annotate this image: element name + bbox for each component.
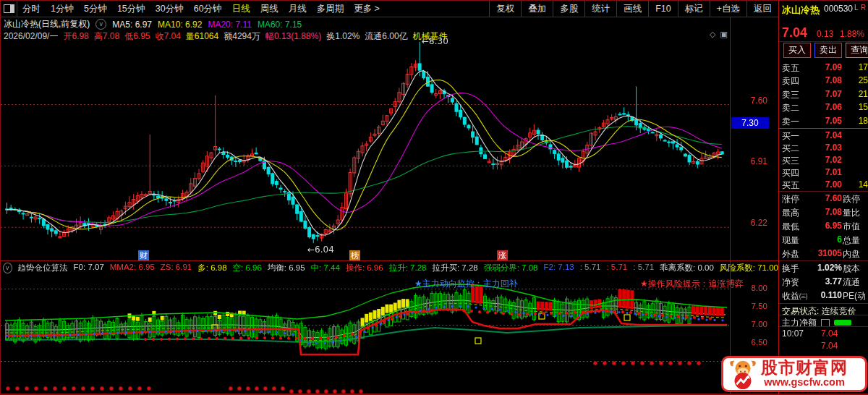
menu-item-5分钟[interactable]: 5分钟	[79, 3, 112, 15]
menu-item-1分钟[interactable]: 1分钟	[46, 3, 79, 15]
indicator-values: 趋势仓位算法F0: 7.07MMA2: 6.95ZS: 6.91多: 6.98空…	[18, 263, 778, 273]
flow-bar	[834, 320, 851, 326]
quote-price: 7.00	[825, 179, 842, 190]
menu-item-多周期[interactable]: 多周期	[312, 3, 349, 15]
trade-button-卖出[interactable]: 卖出	[814, 43, 842, 58]
menu-item-日线[interactable]: 日线	[227, 3, 255, 15]
quote-volume: 17	[859, 62, 868, 72]
quote-sidebar: 冰山冷热 000530 L R 7.04 0.13 1.88% 买入卖出查询 卖…	[778, 1, 868, 395]
quote-row-买四[interactable]: 买四7.01	[779, 167, 868, 180]
divider	[779, 315, 868, 315]
quote-label: 买四	[782, 167, 799, 179]
quote-row-卖三[interactable]: 卖三7.0721	[779, 89, 868, 102]
menu-item-月线[interactable]: 月线	[284, 3, 312, 15]
indicator-field: : 5.71	[580, 263, 601, 273]
price-pct: 1.88%	[840, 29, 864, 39]
quote-row-卖一[interactable]: 卖一7.0518	[779, 116, 868, 129]
trade-button-买入[interactable]: 买入	[783, 43, 811, 58]
quote-volume: 21	[859, 89, 868, 99]
quote-label: 卖五	[782, 62, 799, 75]
site-logo[interactable]: 股市财富网 www.gscfw.com	[721, 356, 867, 392]
menu-item-30分钟[interactable]: 30分钟	[150, 3, 189, 15]
stat-value: 7.60	[825, 193, 842, 203]
menu-item-周线[interactable]: 周线	[255, 3, 284, 15]
indicator-canvas[interactable]	[1, 274, 778, 394]
indicator-field: F0: 7.07	[74, 263, 104, 273]
stat-label-2: PE(动	[843, 290, 866, 302]
quote-row-买三[interactable]: 买三7.02	[779, 155, 868, 168]
quote-label: 卖一	[782, 116, 799, 128]
event-label-财[interactable]: 财	[138, 250, 149, 261]
indicator-header: v 趋势仓位算法F0: 7.07MMA2: 6.95ZS: 6.91多: 6.9…	[1, 260, 778, 274]
quote-row-卖五[interactable]: 卖五7.0917	[779, 62, 868, 75]
quote-label: 买三	[782, 155, 799, 167]
tag-r: R	[861, 4, 866, 12]
indicator-field: 操作: 6.96	[346, 263, 383, 273]
main-chart-canvas[interactable]	[1, 17, 778, 260]
quote-price: 7.01	[825, 167, 842, 177]
mini-window-icon[interactable]: ▣	[720, 30, 727, 39]
menu-item-60分钟[interactable]: 60分钟	[189, 3, 227, 15]
quote-row-买二[interactable]: 买二7.03	[779, 143, 868, 156]
event-label-涨[interactable]: 涨	[497, 250, 508, 261]
divider	[779, 191, 868, 192]
stat-label: 涨停	[782, 193, 799, 205]
stock-code: 000530	[824, 4, 853, 14]
stat-row-外盘: 外盘31005内盘	[779, 248, 868, 261]
tick-price: 7.04	[821, 341, 838, 351]
divider	[779, 260, 868, 261]
toolbar-button-统计[interactable]: 统计	[584, 1, 616, 17]
trade-button-查询[interactable]: 查询	[846, 43, 868, 58]
stat-value: 0.110	[821, 290, 842, 300]
toolbar-button-画线[interactable]: 画线	[616, 1, 648, 17]
quote-label: 卖二	[782, 102, 799, 114]
stat-value: 6	[837, 234, 842, 245]
quote-row-买一[interactable]: 买一7.04	[779, 130, 868, 143]
toolbar-button-返回[interactable]: 返回	[746, 1, 778, 17]
price-axis-label: 6.22	[731, 218, 767, 228]
divider	[779, 303, 868, 304]
logo-url[interactable]: www.gscfw.com	[764, 376, 845, 388]
toolbar-button-复权[interactable]: 复权	[489, 1, 521, 17]
last-price: 7.04	[782, 25, 807, 41]
event-label-榜[interactable]: 榜	[349, 250, 360, 261]
chevron-down-icon[interactable]: v	[3, 263, 12, 273]
menu-item-分时[interactable]: 分时	[17, 3, 46, 15]
divider	[779, 41, 868, 42]
indicator-field: ZS: 6.91	[161, 263, 192, 273]
stat-label-2: 量比	[843, 207, 860, 219]
toolbar-button-标记[interactable]: 标记	[678, 1, 710, 17]
menu-item-更多 >[interactable]: 更多 >	[349, 3, 385, 15]
quote-price: 7.08	[825, 75, 842, 85]
stat-row-最低: 最低6.95市值	[779, 221, 868, 234]
indicator-field: 拉升买: 7.28	[432, 263, 477, 273]
tick-time: 10:07	[782, 328, 804, 339]
stat-label: 现量	[782, 234, 799, 247]
quote-volume: 15	[859, 102, 868, 112]
toolbar-button-叠加[interactable]: 叠加	[521, 1, 553, 17]
menu-item-15分钟[interactable]: 15分钟	[112, 3, 150, 15]
stat-value: 31005	[818, 248, 842, 258]
price-axis-label: 7.60	[731, 95, 767, 106]
tick-price: 7.04	[821, 328, 838, 339]
window-split-icon[interactable]	[1, 1, 17, 17]
stock-name[interactable]: 冰山冷热	[782, 4, 820, 17]
main-force-note: ★主力动向监控：主力回补	[414, 278, 518, 290]
quote-volume: 18	[859, 116, 868, 126]
quote-price: 7.09	[825, 62, 842, 72]
stat-label-2: 流通	[843, 276, 860, 289]
stat-label: 净资	[782, 276, 799, 289]
toolbar-button-+自选[interactable]: +自选	[710, 1, 746, 17]
diamond-icon[interactable]: ◇	[710, 30, 715, 39]
indicator-field: 多: 6.98	[197, 263, 226, 273]
divider	[779, 326, 868, 327]
risk-note: ★操作风险提示：追涨博弈	[640, 278, 744, 290]
stat-value: 3.77	[825, 276, 842, 286]
quote-row-卖二[interactable]: 卖二7.0615	[779, 102, 868, 115]
quote-price: 7.03	[825, 143, 842, 153]
toolbar-button-多股[interactable]: 多股	[553, 1, 584, 17]
quote-volume: 14	[859, 179, 868, 190]
toolbar-button-F10[interactable]: F10	[648, 1, 678, 17]
quote-row-卖四[interactable]: 卖四7.0825	[779, 75, 868, 88]
price-change: 0.13	[817, 29, 833, 39]
